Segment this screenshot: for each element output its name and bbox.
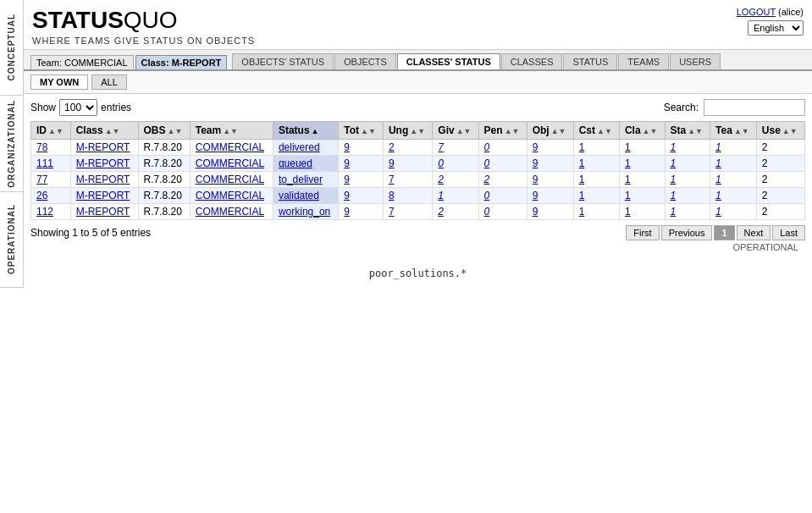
tab-teams[interactable]: TEAMS [618, 53, 669, 69]
table-cell[interactable]: 2 [433, 172, 478, 188]
logout-link[interactable]: LOGOUT [737, 7, 776, 17]
col-cla[interactable]: Cla▲▼ [619, 122, 665, 140]
pagination-current[interactable]: 1 [714, 225, 734, 240]
col-sta[interactable]: Sta▲▼ [665, 122, 710, 140]
pagination-next[interactable]: Next [737, 225, 771, 240]
col-id[interactable]: ID▲▼ [31, 122, 71, 140]
table-cell[interactable]: 1 [665, 156, 710, 172]
col-obj[interactable]: Obj▲▼ [527, 122, 573, 140]
pagination-last[interactable]: Last [772, 225, 805, 240]
table-cell[interactable]: queued [273, 156, 338, 172]
col-pen[interactable]: Pen▲▼ [478, 122, 527, 140]
table-cell[interactable]: 9 [339, 188, 384, 204]
show-select[interactable]: 100 25 50 [59, 99, 97, 116]
col-tot[interactable]: Tot▲▼ [339, 122, 384, 140]
col-use[interactable]: Use▲▼ [756, 122, 804, 140]
table-cell[interactable]: 9 [339, 156, 384, 172]
col-team[interactable]: Team▲▼ [190, 122, 273, 140]
table-cell[interactable]: COMMERCIAL [190, 204, 273, 220]
table-cell[interactable]: 9 [527, 156, 573, 172]
table-cell[interactable]: 1 [619, 156, 665, 172]
table-cell[interactable]: COMMERCIAL [190, 140, 273, 156]
sub-tab-my-own[interactable]: MY OWN [30, 74, 88, 90]
table-cell[interactable]: 1 [573, 156, 619, 172]
tab-classes[interactable]: CLASSES [501, 53, 563, 69]
table-cell[interactable]: 8 [383, 188, 432, 204]
table-cell[interactable]: to_deliver [273, 172, 338, 188]
table-cell[interactable]: delivered [273, 140, 338, 156]
table-cell[interactable]: M-REPORT [70, 204, 138, 220]
pagination-previous[interactable]: Previous [661, 225, 713, 240]
table-cell[interactable]: 1 [619, 140, 665, 156]
table-cell[interactable]: 1 [665, 188, 710, 204]
table-cell[interactable]: 7 [433, 140, 478, 156]
table-cell[interactable]: 1 [573, 204, 619, 220]
tab-objects[interactable]: OBJECTS [334, 53, 396, 69]
table-cell[interactable]: 1 [619, 188, 665, 204]
table-cell[interactable]: COMMERCIAL [190, 172, 273, 188]
table-cell[interactable]: 1 [573, 140, 619, 156]
table-cell[interactable]: 1 [665, 140, 710, 156]
table-cell[interactable]: 111 [31, 156, 71, 172]
table-cell[interactable]: 2 [433, 204, 478, 220]
table-cell[interactable]: 1 [710, 140, 757, 156]
tab-classes-status[interactable]: CLASSES' STATUS [397, 53, 500, 69]
table-cell[interactable]: 7 [383, 172, 432, 188]
table-cell[interactable]: 1 [573, 188, 619, 204]
tab-status[interactable]: STATUS [563, 53, 617, 69]
tab-users[interactable]: USERS [670, 53, 721, 69]
table-cell[interactable]: 2 [478, 172, 527, 188]
table-cell[interactable]: 1 [710, 172, 757, 188]
table-cell[interactable]: 26 [31, 188, 71, 204]
table-cell[interactable]: 1 [665, 172, 710, 188]
table-cell[interactable]: 1 [665, 204, 710, 220]
table-cell[interactable]: 1 [433, 188, 478, 204]
language-selector[interactable]: English French Spanish [737, 20, 804, 36]
table-cell[interactable]: 2 [383, 140, 432, 156]
col-cst[interactable]: Cst▲▼ [573, 122, 619, 140]
table-cell[interactable]: 0 [478, 156, 527, 172]
col-giv[interactable]: Giv▲▼ [433, 122, 478, 140]
table-cell[interactable]: 1 [573, 172, 619, 188]
table-cell[interactable]: 1 [619, 172, 665, 188]
table-cell[interactable]: 9 [527, 140, 573, 156]
table-cell[interactable]: 9 [527, 172, 573, 188]
table-cell[interactable]: 1 [710, 188, 757, 204]
table-cell[interactable]: 0 [478, 140, 527, 156]
table-cell[interactable]: COMMERCIAL [190, 156, 273, 172]
table-cell[interactable]: 0 [478, 188, 527, 204]
col-tea[interactable]: Tea▲▼ [710, 122, 757, 140]
table-cell[interactable]: 9 [527, 188, 573, 204]
table-cell[interactable]: 9 [527, 204, 573, 220]
table-cell[interactable]: 78 [31, 140, 71, 156]
table-cell[interactable]: M-REPORT [70, 156, 138, 172]
col-ung[interactable]: Ung▲▼ [383, 122, 432, 140]
search-input[interactable] [704, 99, 805, 116]
table-cell[interactable]: M-REPORT [70, 140, 138, 156]
table-cell[interactable]: 1 [710, 204, 757, 220]
table-cell[interactable]: 9 [339, 172, 384, 188]
table-cell[interactable]: 0 [433, 156, 478, 172]
col-class[interactable]: Class▲▼ [70, 122, 138, 140]
col-status[interactable]: Status▲ [273, 122, 338, 140]
table-cell[interactable]: 77 [31, 172, 71, 188]
table-cell[interactable]: 9 [383, 156, 432, 172]
table-cell[interactable]: 0 [478, 204, 527, 220]
table-cell[interactable]: validated [273, 188, 338, 204]
table-cell[interactable]: working_on [273, 204, 338, 220]
table-cell[interactable]: 1 [619, 204, 665, 220]
table-cell[interactable]: 9 [339, 140, 384, 156]
table-cell[interactable]: 1 [710, 156, 757, 172]
pagination-first[interactable]: First [626, 225, 659, 240]
tab-objects-status[interactable]: OBJECTS' STATUS [232, 53, 334, 69]
table-cell[interactable]: 7 [383, 204, 432, 220]
table-cell[interactable]: M-REPORT [70, 172, 138, 188]
table-cell[interactable]: M-REPORT [70, 188, 138, 204]
table-cell[interactable]: COMMERCIAL [190, 188, 273, 204]
table-cell[interactable]: 112 [31, 204, 71, 220]
logout-area: LOGOUT (alice) [737, 7, 804, 17]
lang-dropdown[interactable]: English French Spanish [748, 20, 804, 36]
table-cell[interactable]: 9 [339, 204, 384, 220]
col-obs[interactable]: OBS▲▼ [138, 122, 190, 140]
sub-tab-all[interactable]: ALL [91, 74, 127, 90]
